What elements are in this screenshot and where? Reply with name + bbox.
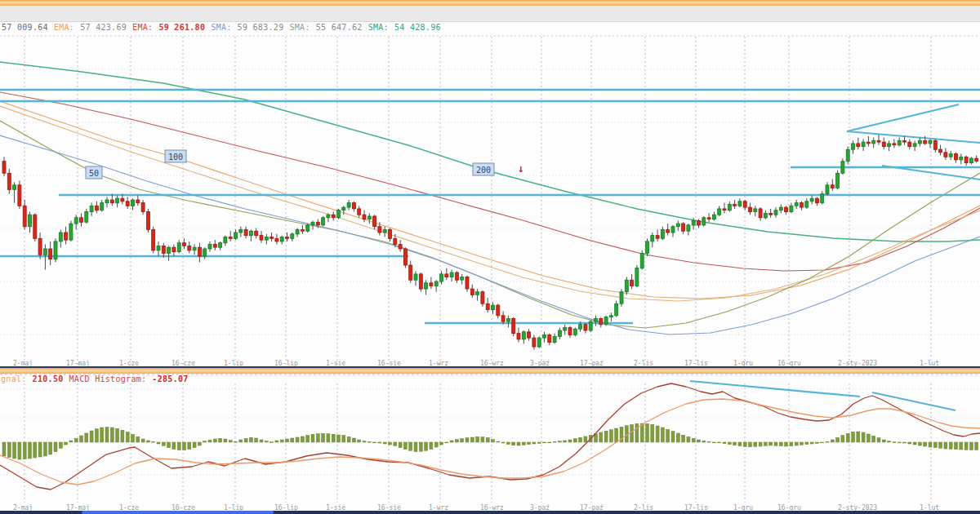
macd-histogram-bar [481,437,484,442]
macd-histogram-bar [949,442,952,449]
macd-histogram-bar [131,434,135,442]
trendline[interactable] [847,131,980,143]
candle-body [836,173,840,188]
candle-body [810,198,813,202]
macd-histogram-bar [924,442,927,446]
macd-histogram-bar [522,442,525,445]
macd-histogram-bar [85,433,88,442]
macd-histogram-bar [229,441,232,442]
candle-body [604,317,608,325]
candle-body [419,274,422,289]
macd-histogram-bar [306,436,310,442]
candle-body [615,304,618,316]
candle-body [33,215,37,238]
candle-body [579,325,582,330]
candle-body [445,274,448,277]
macd-histogram-bar [368,441,371,442]
horizontal-scrollbar-thumb[interactable] [82,511,274,514]
candle-body [342,207,345,210]
candle-body [933,140,937,149]
moving-average-SMA-tan [0,106,980,301]
candle-body [110,200,114,203]
macd-histogram-bar [512,442,515,445]
candle-body [630,280,634,286]
macd-histogram-bar [831,440,834,442]
candle-body [90,206,93,211]
macd-histogram-bar [702,441,706,442]
macd-histogram-bar [893,442,896,443]
macd-histogram-bar [466,438,469,442]
candle-body [712,215,715,219]
candle-body [172,247,176,252]
macd-histogram-bar [373,442,376,443]
panel-separator-bar[interactable] [0,368,980,374]
candle-body [640,254,644,268]
candle-body [265,237,268,241]
macd-histogram-bar [167,442,171,448]
macd-histogram-bar [90,431,93,442]
candle-body [743,202,746,207]
macd-histogram-bar [23,442,26,459]
candle-body [188,246,191,250]
candle-body [646,241,649,254]
macd-histogram-bar [136,436,140,442]
candle-body [769,213,773,215]
macd-histogram-bar [95,429,98,442]
candle-body [136,200,140,203]
macd-histogram-bar [280,440,283,442]
candle-body [461,277,464,281]
macd-histogram-bar [692,438,695,442]
candle-body [733,205,737,206]
candle-body [568,327,572,335]
macd-histogram-bar [141,439,145,442]
candle-body [682,224,685,231]
trendline[interactable] [847,104,959,131]
macd-histogram-bar [764,442,767,445]
macd-histogram-bar [414,442,417,452]
candle-body [506,319,510,322]
candle-body [49,249,52,259]
macd-histogram-bar [898,442,901,443]
macd-histogram-bar [316,434,319,442]
candle-body [65,233,68,240]
macd-histogram-bar [754,442,757,446]
candle-body [537,338,541,347]
candle-body [152,229,155,250]
macd-histogram-bar [291,438,294,442]
candle-body [656,236,659,239]
macd-histogram-bar [69,441,73,442]
macd-histogram-bar [470,437,474,442]
macd-histogram-bar [208,440,212,442]
sell-signal-arrow-icon[interactable]: ↓ [518,162,524,175]
macd-histogram-bar [7,442,11,458]
macd-histogram-bar [718,442,721,443]
macd-histogram-bar [666,429,670,442]
candle-body [497,305,500,316]
candle-body [383,229,386,233]
macd-histogram-bar [640,423,644,442]
candle-body [595,319,598,322]
macd-histogram-bar [198,442,201,445]
horizontal-scrollbar-track[interactable] [0,511,980,514]
macd-histogram-bar [146,441,149,442]
candle-body [939,149,942,153]
candle-body [774,210,777,215]
chart-canvas[interactable]: 50100200↓ [0,0,980,514]
macd-histogram-bar [568,440,572,442]
candle-body [805,202,808,207]
macd-histogram-bar [430,442,433,450]
macd-histogram-bar [389,442,392,445]
macd-histogram-bar [121,430,124,442]
macd-histogram-bar [188,442,191,450]
candle-body [177,243,180,252]
macd-line [0,383,980,490]
candle-body [635,268,639,286]
candle-body [54,241,57,259]
macd-histogram-bar [969,442,973,450]
candle-body [183,243,186,246]
candle-body [913,144,916,147]
macd-histogram-bar [553,441,556,442]
macd-histogram-bar [29,442,32,459]
macd-histogram-bar [635,423,639,442]
macd-histogram-bar [183,442,186,450]
